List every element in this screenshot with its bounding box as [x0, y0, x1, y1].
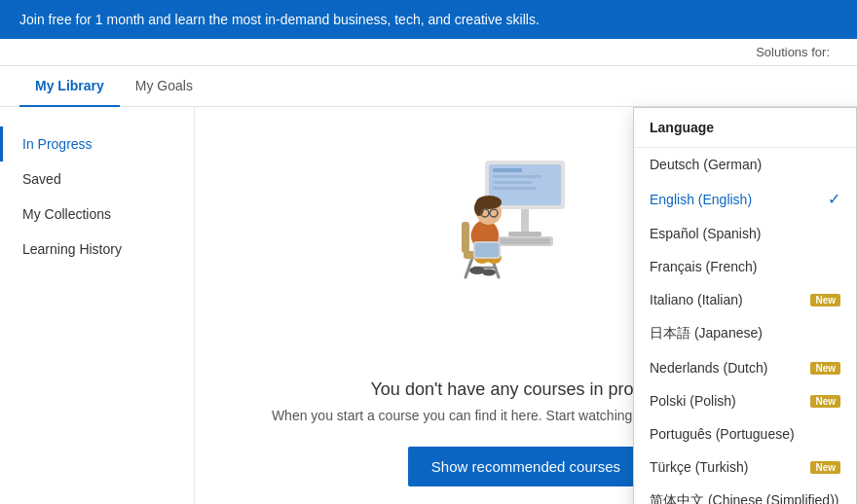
sidebar-item-my-collections[interactable]: My Collections: [0, 197, 194, 232]
tab-my-library[interactable]: My Library: [19, 66, 120, 107]
empty-state-illustration: [428, 107, 623, 292]
show-recommended-courses-button[interactable]: Show recommended courses: [408, 447, 644, 486]
new-badge-polish: New: [810, 395, 840, 408]
main-layout: In Progress Saved My Collections Learnin…: [0, 107, 857, 504]
language-option-turkish[interactable]: Türkçe (Turkish) New: [634, 450, 856, 484]
svg-rect-9: [500, 238, 550, 244]
tab-my-goals[interactable]: My Goals: [120, 66, 208, 107]
language-option-francais[interactable]: Français (French): [634, 250, 856, 283]
selected-checkmark: ✓: [828, 190, 840, 208]
svg-point-19: [482, 270, 496, 276]
language-option-polish[interactable]: Polski (Polish) New: [634, 384, 856, 417]
svg-rect-4: [493, 168, 522, 172]
svg-rect-1: [508, 232, 541, 236]
solutions-bar: Solutions for:: [0, 39, 857, 66]
svg-rect-14: [462, 222, 469, 253]
language-dropdown[interactable]: Language Deutsch (German) English (Engli…: [633, 107, 857, 504]
new-badge-italiano: New: [810, 294, 840, 306]
svg-rect-27: [475, 243, 499, 257]
sidebar: In Progress Saved My Collections Learnin…: [0, 107, 195, 504]
svg-rect-6: [493, 181, 532, 184]
language-option-japanese[interactable]: 日本語 (Japanese): [634, 316, 856, 351]
solutions-label: Solutions for:: [756, 45, 830, 59]
language-option-deutsch[interactable]: Deutsch (German): [634, 148, 856, 181]
new-badge-dutch: New: [810, 362, 840, 375]
language-option-dutch[interactable]: Nederlands (Dutch) New: [634, 351, 856, 384]
illustration-container: [428, 107, 623, 302]
sidebar-item-learning-history[interactable]: Learning History: [0, 232, 194, 267]
svg-rect-5: [493, 175, 541, 178]
sidebar-item-saved[interactable]: Saved: [0, 162, 194, 197]
banner-text: Join free for 1 month and learn the most…: [19, 12, 540, 27]
dropdown-header: Language: [634, 108, 856, 148]
language-option-espanol[interactable]: Español (Spanish): [634, 217, 856, 250]
language-option-english[interactable]: English (English) ✓: [634, 181, 856, 217]
svg-point-22: [474, 200, 484, 216]
new-badge-turkish: New: [810, 461, 840, 474]
tab-bar: My Library My Goals: [0, 66, 857, 107]
language-option-portuguese[interactable]: Português (Portuguese): [634, 417, 856, 450]
sidebar-item-in-progress[interactable]: In Progress: [0, 126, 194, 162]
svg-rect-7: [493, 187, 537, 190]
svg-line-10: [466, 258, 472, 277]
language-option-chinese[interactable]: 简体中文 (Chinese (Simplified)): [634, 484, 856, 504]
language-option-italiano[interactable]: Italiano (Italian) New: [634, 283, 856, 316]
promo-banner: Join free for 1 month and learn the most…: [0, 0, 857, 39]
